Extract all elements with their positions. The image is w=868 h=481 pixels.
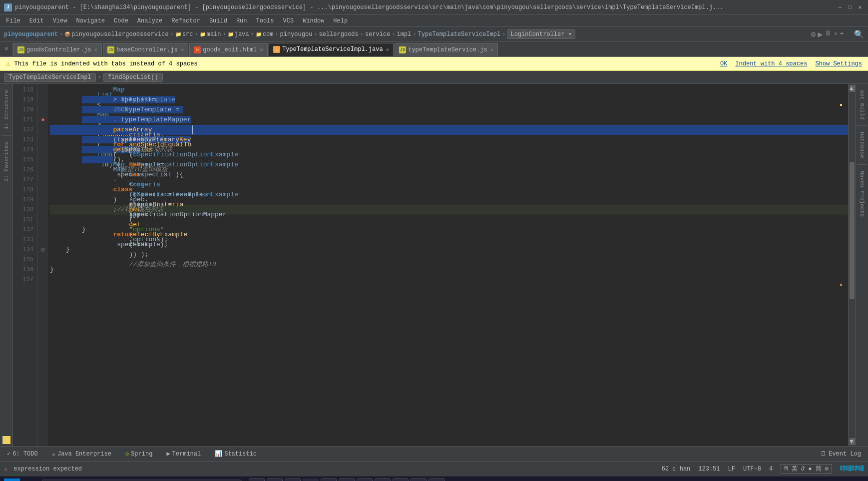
tab-close-type-template-js[interactable]: ✕ <box>490 46 494 53</box>
taskbar-app-6[interactable]: 🐾 <box>393 479 409 481</box>
ant-build-label[interactable]: Ant Build <box>858 86 866 123</box>
maximize-button[interactable]: □ <box>846 3 854 11</box>
error-icon: ⚠ <box>4 465 7 473</box>
code-line-132: } <box>50 225 848 235</box>
nav-service[interactable]: service <box>365 31 390 38</box>
nav-sellergoods[interactable]: sellergoods <box>319 31 359 38</box>
gutter: ● ◎ <box>38 84 48 446</box>
tool-todo[interactable]: ✓ 6: TODO <box>4 449 41 459</box>
tab-type-template-service-impl[interactable]: ☕ TypeTemplateServiceImpl.java ✕ <box>269 43 394 56</box>
breadcrumb-method[interactable]: findSpecList() <box>103 73 163 82</box>
maven-projects-label[interactable]: Maven Projects <box>858 167 866 221</box>
java-enterprise-label: Java Enterprise <box>57 451 111 458</box>
tab-close-base-controller[interactable]: ✕ <box>181 46 184 53</box>
gutter-breakpoint-121[interactable]: ● <box>38 115 48 125</box>
menu-window[interactable]: Window <box>299 16 328 25</box>
taskbar-app-8[interactable]: 📷 <box>429 479 444 481</box>
tab-type-template-service-js[interactable]: JS typeTemplateService.js ✕ <box>395 43 498 56</box>
taskbar-app-1[interactable]: ⊡ <box>249 479 265 481</box>
nav-com[interactable]: com <box>263 31 274 38</box>
menu-analyze[interactable]: Analyze <box>133 16 166 25</box>
taskbar-app-3[interactable]: 🌐 <box>285 479 301 481</box>
menu-file[interactable]: File <box>2 16 24 25</box>
tool-event-log[interactable]: 🗒 Event Log <box>818 449 864 459</box>
menu-code[interactable]: Code <box>110 16 132 25</box>
status-bar: ⚠ expression expected 62 c han 123:51 LF… <box>0 461 868 476</box>
menu-navigate[interactable]: Navigate <box>72 16 109 25</box>
window-title: pinyougouparent - [E:\shanghai34\pinyoug… <box>15 4 836 11</box>
search-everywhere-icon[interactable]: 🔍 <box>854 29 864 39</box>
code-line-135 <box>50 255 848 265</box>
start-button[interactable]: ⊞ <box>4 479 20 481</box>
menu-tools[interactable]: Tools <box>252 16 278 25</box>
window-controls[interactable]: ─ □ ✕ <box>836 3 864 11</box>
side-panel-toggle[interactable]: ≡ <box>0 42 13 56</box>
profile-icon[interactable]: ⚡ <box>834 29 838 39</box>
tab-close-type-template[interactable]: ✕ <box>386 46 390 53</box>
notif-show-settings-button[interactable]: Show Settings <box>815 60 862 67</box>
tab-goods-edit[interactable]: H goods_edit.html ✕ <box>189 43 268 56</box>
menu-build[interactable]: Build <box>205 16 231 25</box>
nav-class[interactable]: TypeTemplateServiceImpl <box>418 31 501 38</box>
tab-icon-js2: JS <box>107 46 114 53</box>
code-line-136: } <box>50 265 848 275</box>
nav-impl[interactable]: impl <box>397 31 412 38</box>
tab-goods-controller[interactable]: JS goodsController.js ✕ <box>13 43 102 56</box>
tool-spring[interactable]: ✿ Spring <box>122 449 155 459</box>
menu-help[interactable]: Help <box>329 16 352 25</box>
code-line-131: spec. put ( "options" ,options); <box>50 215 848 225</box>
minimize-button[interactable]: ─ <box>836 3 844 11</box>
nav-module[interactable]: pinyougousellergoodsservice <box>71 31 168 38</box>
taskbar-app-git[interactable]: 🐱 <box>321 479 337 481</box>
right-divider1 <box>857 125 867 126</box>
nav-pinyougou[interactable]: pinyougou <box>280 31 313 38</box>
taskbar-app-7[interactable]: 🔧 <box>411 479 427 481</box>
status-line-col: 123:51 <box>698 466 720 473</box>
tool-terminal[interactable]: ▶ Terminal <box>163 449 204 459</box>
spring-label: Spring <box>131 451 152 458</box>
nav-main[interactable]: main <box>207 31 221 38</box>
taskbar-app-5[interactable]: ⚡ <box>375 479 391 481</box>
todo-label: 6: TODO <box>12 451 37 458</box>
nav-settings-icon[interactable]: ⚙ <box>811 29 816 39</box>
tab-base-controller[interactable]: JS baseController.js ✕ <box>103 43 188 56</box>
notif-ok-button[interactable]: OK <box>720 60 727 67</box>
nav-login-controller[interactable]: LoginController ▾ <box>507 29 575 39</box>
menu-run[interactable]: Run <box>232 16 251 25</box>
menu-vcs[interactable]: VCS <box>279 16 298 25</box>
tab-close-goods-controller[interactable]: ✕ <box>94 46 98 53</box>
coverage-icon[interactable]: ☂ <box>840 29 844 39</box>
nav-src[interactable]: src <box>182 31 193 38</box>
close-button[interactable]: ✕ <box>856 3 864 11</box>
menu-view[interactable]: View <box>49 16 71 25</box>
run-icon[interactable]: ▶ <box>818 29 823 39</box>
nav-java[interactable]: java <box>235 31 249 38</box>
favorites-panel-label[interactable]: 2: Favorites <box>2 138 10 185</box>
vertical-scrollbar[interactable]: ▲ ▼ <box>848 84 855 446</box>
scroll-thumb[interactable] <box>850 162 855 300</box>
status-lf: LF <box>728 466 735 473</box>
taskbar-app-intellij[interactable]: ● <box>303 479 319 481</box>
menu-refactor[interactable]: Refactor <box>167 16 204 25</box>
taskbar-app-2[interactable]: ◉ <box>267 479 283 481</box>
taskbar-app-explorer[interactable]: 📁 <box>339 479 355 481</box>
menu-edit[interactable]: Edit <box>25 16 48 25</box>
ime-status[interactable]: M 英 ∂ ● 简 ⚙ <box>781 464 832 474</box>
tool-statistic[interactable]: 📊 Statistic <box>212 449 260 459</box>
structure-panel-label[interactable]: 1: Structure <box>2 86 10 133</box>
notif-indent-button[interactable]: Indent with 4 spaces <box>735 60 807 67</box>
tab-close-goods-edit[interactable]: ✕ <box>260 46 263 53</box>
taskbar-search[interactable]: 🔍 在这里输入您要搜索的内容 🎤 <box>42 480 242 481</box>
debug-icon[interactable]: ⏸ <box>825 29 832 39</box>
nav-project[interactable]: pinyougouparent <box>4 31 58 38</box>
database-label[interactable]: Database <box>858 128 866 162</box>
code-area[interactable]: @Override public List < Map > findSpecLi… <box>48 84 848 446</box>
taskview-button[interactable]: ⊡ <box>23 479 39 481</box>
event-log-icon: 🗒 <box>821 450 827 458</box>
status-indent: 4 <box>769 466 773 473</box>
gutter-fold-134[interactable]: ◎ <box>38 245 48 255</box>
breadcrumb-class[interactable]: TypeTemplateServiceImpl <box>4 73 96 82</box>
tool-java-enterprise[interactable]: ☕ Java Enterprise <box>49 449 114 459</box>
taskbar-app-pdf[interactable]: 📄 <box>357 479 373 481</box>
bookmark-icon <box>2 436 10 444</box>
